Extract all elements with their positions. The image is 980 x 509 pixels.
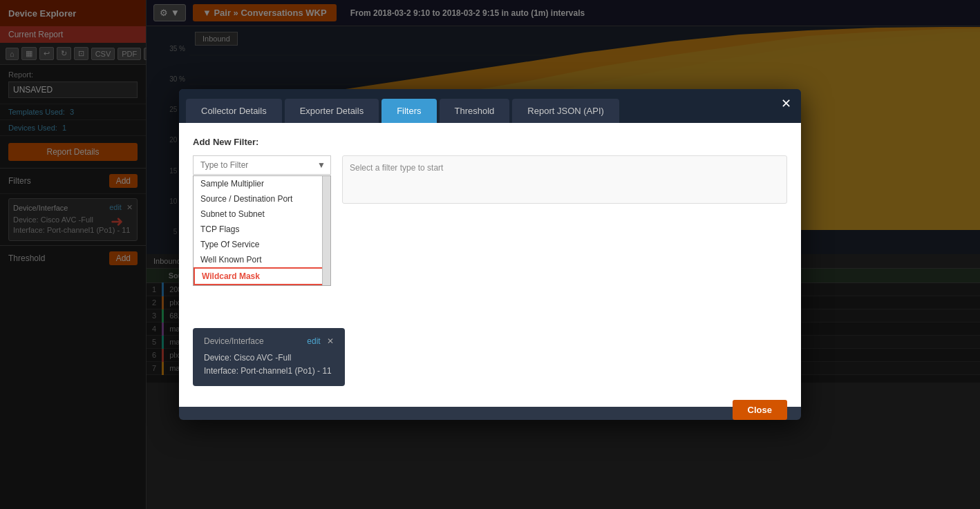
filter-hint-box: Select a filter type to start	[342, 155, 787, 204]
modal-header: ✕	[179, 89, 801, 99]
dropdown-item-subnet[interactable]: Subnet to Subnet	[194, 207, 330, 222]
tab-threshold[interactable]: Threshold	[440, 99, 510, 123]
modal-dialog: ✕ Collector Details Exporter Details Fil…	[179, 89, 801, 420]
modal-overlay: ✕ Collector Details Exporter Details Fil…	[0, 0, 980, 509]
tab-filters[interactable]: Filters	[381, 99, 436, 123]
modal-tabs: Collector Details Exporter Details Filte…	[179, 99, 801, 123]
filter-row: ▼ Sample Multiplier Source / Destination…	[193, 155, 787, 204]
modal-device-card: Device/Interface edit ✕ Device: Cisco AV…	[193, 328, 345, 386]
dropdown-item-srcport[interactable]: Source / Destination Port	[194, 191, 330, 207]
dropdown-item-sample[interactable]: Sample Multiplier	[194, 176, 330, 191]
device-card-interface: Interface: Port-channel1 (Po1) - 11	[204, 365, 334, 378]
device-card-label: Device/Interface	[204, 336, 264, 346]
modal-device-card-area: Device/Interface edit ✕ Device: Cisco AV…	[193, 314, 787, 386]
dropdown-item-tos[interactable]: Type Of Service	[194, 237, 330, 252]
dropdown-item-tcp[interactable]: TCP Flags	[194, 222, 330, 237]
modal-close-button[interactable]: ✕	[781, 96, 791, 111]
tab-reportjson[interactable]: Report JSON (API)	[512, 99, 619, 123]
dropdown-scrollbar	[322, 176, 330, 285]
dropdown-list: Sample Multiplier Source / Destination P…	[193, 175, 331, 286]
device-card-edit[interactable]: edit	[307, 336, 320, 346]
filter-type-input[interactable]	[193, 155, 331, 175]
tab-collector[interactable]: Collector Details	[186, 99, 282, 123]
filter-dropdown-wrapper: ▼	[193, 155, 331, 175]
device-card-actions: edit ✕	[307, 336, 334, 346]
device-card-header: Device/Interface edit ✕	[204, 336, 334, 346]
dropdown-item-wildcard[interactable]: Wildcard Mask	[194, 267, 330, 285]
tab-exporter[interactable]: Exporter Details	[285, 99, 379, 123]
device-card-device: Device: Cisco AVC -Full	[204, 352, 334, 365]
device-card-body: Device: Cisco AVC -Full Interface: Port-…	[204, 352, 334, 378]
modal-close-button-bottom[interactable]: Close	[733, 400, 787, 420]
device-card-close-icon[interactable]: ✕	[327, 336, 334, 346]
filter-hint-column: Select a filter type to start	[342, 155, 787, 204]
filter-section-title: Add New Filter:	[193, 137, 787, 147]
modal-body: Add New Filter: ▼ Sample Multiplier Sour…	[179, 123, 801, 407]
dropdown-item-wellknown[interactable]: Well Known Port	[194, 252, 330, 267]
filter-type-column: ▼ Sample Multiplier Source / Destination…	[193, 155, 331, 204]
